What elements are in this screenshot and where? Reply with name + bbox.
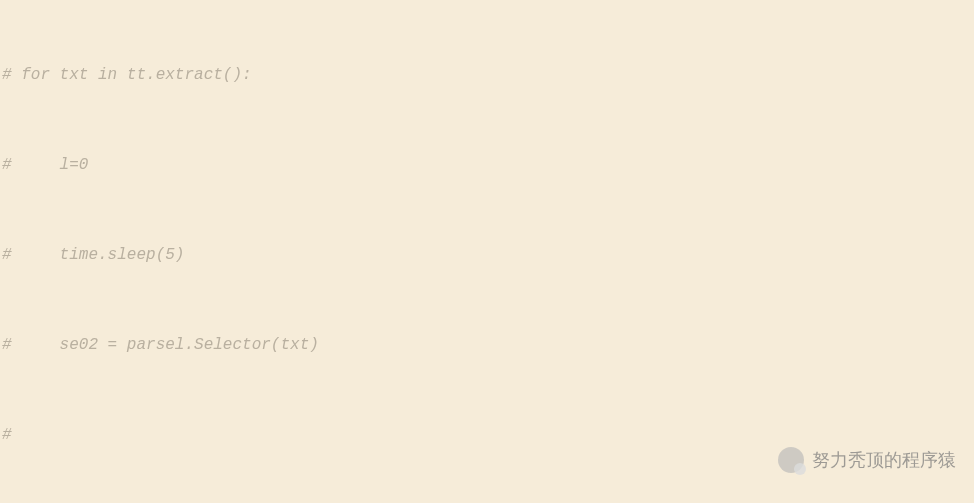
code-block[interactable]: # for txt in tt.extract(): # l=0 # time.… bbox=[0, 0, 974, 503]
code-line[interactable]: # for txt in tt.extract(): bbox=[0, 60, 974, 90]
code-line[interactable]: # time.sleep(5) bbox=[0, 240, 974, 270]
code-line[interactable]: # l=0 bbox=[0, 150, 974, 180]
code-line[interactable]: # se02 = parsel.Selector(txt) bbox=[0, 330, 974, 360]
watermark: 努力秃顶的程序猿 bbox=[778, 445, 956, 475]
wechat-icon bbox=[778, 447, 804, 473]
watermark-text: 努力秃顶的程序猿 bbox=[812, 445, 956, 475]
